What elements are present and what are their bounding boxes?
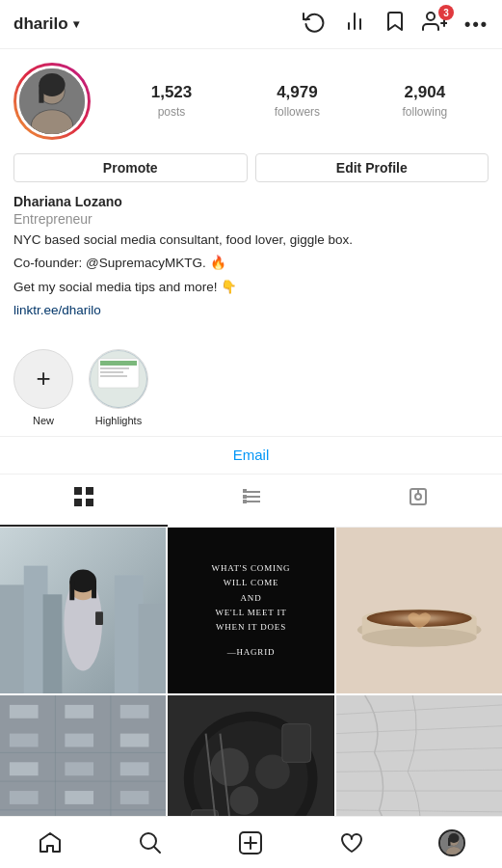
tab-grid[interactable] — [0, 475, 168, 527]
svg-point-76 — [230, 786, 259, 815]
bio-line2: Co-founder: @SupremacyMKTG. 🔥 — [13, 254, 489, 273]
photo-cell-2[interactable]: WHAT'S COMING WILL COME AND WE'LL MEET I… — [168, 528, 333, 693]
followers-label: followers — [275, 105, 320, 119]
add-user-icon[interactable]: 3 — [422, 10, 447, 39]
svg-rect-66 — [65, 762, 93, 775]
svg-rect-64 — [120, 734, 149, 747]
quote-line5: WHEN IT DOES — [212, 620, 291, 635]
highlight-highlights[interactable]: Highlights — [89, 349, 148, 426]
svg-point-3 — [427, 13, 435, 20]
svg-rect-17 — [100, 371, 123, 373]
photo-cell-1[interactable] — [0, 528, 166, 693]
following-label: following — [403, 105, 448, 119]
svg-rect-65 — [10, 762, 39, 775]
more-options-icon[interactable]: ••• — [464, 14, 489, 35]
bio-line1: NYC based social media consultant, food … — [13, 231, 489, 250]
followers-count: 4,979 — [275, 83, 320, 102]
quote-line1: WHAT'S COMING — [212, 561, 291, 576]
nav-profile-avatar — [438, 829, 465, 856]
highlight-thumb — [89, 349, 148, 409]
highlight-new[interactable]: + New — [13, 349, 73, 426]
promote-button[interactable]: Promote — [13, 153, 248, 182]
svg-rect-35 — [43, 594, 63, 693]
header-icons-group: 3 ••• — [303, 10, 489, 39]
bio-line3: Get my social media tips and more! 👇 — [13, 278, 489, 297]
svg-rect-70 — [120, 791, 149, 804]
svg-point-30 — [415, 494, 421, 500]
quote-line4: WE'LL MEET IT — [212, 606, 291, 620]
quote-line2: WILL COME — [212, 576, 291, 590]
stat-following[interactable]: 2,904 following — [403, 83, 448, 120]
profile-name: Dhariana Lozano — [13, 194, 489, 209]
svg-rect-67 — [120, 762, 149, 775]
nav-search[interactable] — [129, 822, 172, 864]
svg-rect-43 — [95, 611, 103, 625]
svg-rect-22 — [86, 499, 93, 506]
bookmark-icon[interactable] — [383, 10, 405, 39]
app-header: dharilo ▾ — [0, 0, 502, 49]
nav-profile[interactable] — [431, 822, 473, 864]
tagged-icon — [408, 486, 429, 513]
svg-point-48 — [361, 628, 476, 647]
posts-label: posts — [158, 105, 186, 119]
history-icon[interactable] — [303, 10, 326, 39]
photo-cell-3[interactable] — [336, 528, 502, 693]
svg-rect-37 — [139, 604, 167, 693]
quote-line3: AND — [212, 591, 291, 606]
profile-top-row: 1,523 posts 4,979 followers 2,904 follow… — [13, 63, 489, 140]
svg-rect-21 — [74, 499, 82, 506]
photo-1-bg — [0, 528, 166, 693]
svg-rect-62 — [10, 734, 39, 747]
stats-row: 1,523 posts 4,979 followers 2,904 follow… — [110, 83, 489, 120]
notification-badge: 3 — [438, 5, 454, 20]
svg-rect-27 — [243, 495, 247, 499]
photo-grid: WHAT'S COMING WILL COME AND WE'LL MEET I… — [0, 528, 502, 862]
avatar — [16, 66, 88, 137]
svg-rect-16 — [100, 367, 129, 369]
svg-rect-20 — [86, 487, 93, 495]
stat-followers[interactable]: 4,979 followers — [275, 83, 320, 120]
tab-list[interactable] — [168, 475, 335, 527]
nav-home[interactable] — [29, 822, 71, 864]
svg-rect-69 — [65, 791, 93, 804]
svg-rect-15 — [100, 361, 137, 366]
svg-rect-18 — [100, 375, 127, 377]
photo-3-bg — [336, 528, 502, 693]
svg-rect-28 — [243, 500, 247, 503]
highlight-new-label: New — [33, 415, 54, 426]
following-count: 2,904 — [403, 83, 448, 102]
bio-link[interactable]: linktr.ee/dharilo — [13, 303, 101, 317]
svg-rect-61 — [120, 705, 149, 719]
svg-rect-12 — [39, 85, 43, 103]
profile-section: 1,523 posts 4,979 followers 2,904 follow… — [0, 49, 502, 339]
bottom-nav — [0, 816, 502, 868]
highlight-highlights-label: Highlights — [95, 415, 142, 426]
svg-rect-59 — [10, 705, 39, 719]
svg-rect-68 — [10, 791, 39, 804]
highlights-row: + New Highlights — [0, 339, 502, 437]
profile-buttons: Promote Edit Profile — [13, 153, 489, 182]
tab-tagged[interactable] — [334, 475, 502, 527]
svg-rect-101 — [448, 838, 451, 846]
email-button[interactable]: Email — [233, 447, 270, 463]
nav-likes[interactable] — [330, 822, 373, 864]
list-icon — [241, 486, 262, 513]
grid-icon — [73, 486, 94, 513]
svg-rect-19 — [74, 487, 82, 495]
svg-rect-42 — [92, 581, 96, 598]
photo-2-bg: WHAT'S COMING WILL COME AND WE'LL MEET I… — [168, 528, 333, 693]
email-row: Email — [0, 437, 502, 475]
highlight-thumb-inner — [90, 350, 147, 408]
analytics-icon[interactable] — [343, 10, 366, 39]
posts-count: 1,523 — [151, 83, 193, 102]
avatar-wrapper[interactable] — [13, 63, 91, 140]
chevron-down-icon: ▾ — [73, 17, 79, 31]
username-section[interactable]: dharilo ▾ — [13, 14, 79, 34]
edit-profile-button[interactable]: Edit Profile — [255, 153, 489, 182]
quote-attribution: —HAGRID — [212, 645, 291, 660]
stat-posts[interactable]: 1,523 posts — [151, 83, 193, 120]
svg-line-91 — [154, 847, 160, 853]
svg-rect-63 — [65, 734, 93, 747]
content-tabs — [0, 475, 502, 528]
nav-add[interactable] — [229, 822, 272, 864]
